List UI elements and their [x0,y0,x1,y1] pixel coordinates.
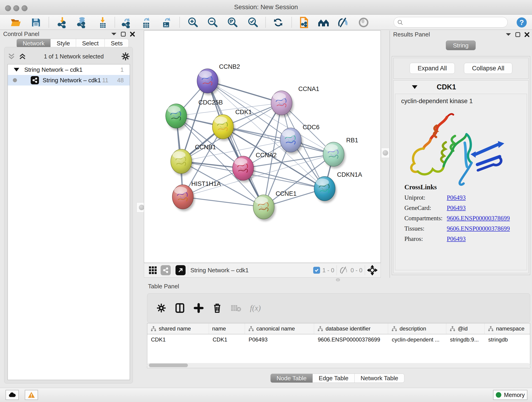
memory-button[interactable]: Memory [493,390,527,400]
tab-sets[interactable]: Sets [105,39,129,48]
edge-HIST1H1A-CCNE1[interactable] [183,197,264,207]
zoom-selected-button[interactable] [246,17,259,28]
table-cell: P06493 [245,337,314,343]
float-panel-icon[interactable] [111,32,117,36]
node-CCNA1[interactable] [271,91,293,117]
node-CDC25B[interactable] [166,104,188,130]
maximize-panel-icon[interactable] [515,32,520,37]
import-table-icon [97,17,108,28]
cloud-status-button[interactable] [6,390,19,400]
memory-label: Memory [504,392,525,398]
network-collection-row[interactable]: String Network – cdk1 1 [8,64,130,75]
selected-count-checkbox[interactable] [313,267,320,274]
column-header-description[interactable]: description [388,323,446,334]
node-CCNE1[interactable] [253,195,276,221]
export-table-button[interactable] [139,17,153,28]
tab-network-table[interactable]: Network Table [355,374,404,383]
network-graph[interactable]: CCNB2CCNA1CDC25BCDK1CDC6RB1CCNB1CCNA2CDK… [144,31,380,263]
import-database-icon [76,17,88,28]
birds-eye-navigator-icon[interactable] [367,265,377,275]
export-table-icon [140,17,152,28]
node-CDK1[interactable] [212,115,235,141]
tab-edge-table[interactable]: Edge Table [313,374,355,383]
home-button[interactable] [317,17,330,28]
column-header-name[interactable]: name [209,323,245,334]
node-CCNB1[interactable] [171,149,193,176]
tab-node-table[interactable]: Node Table [270,374,313,383]
fit-content-button[interactable] [226,17,239,28]
show-columns-icon[interactable] [175,303,185,313]
node-label-HIST1H1A: HIST1H1A [191,180,221,187]
protein-section-expander-icon[interactable] [412,85,418,89]
network-canvas[interactable]: CCNB2CCNA1CDC25BCDK1CDC6RB1CCNB1CCNA2CDK… [144,31,381,263]
network-options-gear-icon[interactable] [121,52,130,61]
node-table[interactable]: shared namenamecanonical namedatabase id… [147,323,530,368]
status-bar: Memory [0,388,532,402]
node-HIST1H1A[interactable] [172,185,195,211]
table-row[interactable]: CDK1CDK1P064939606.ENSP00000378699cyclin… [147,334,530,345]
column-header--id[interactable]: @id [446,323,485,334]
control-panel-tabs: NetworkStyleSelectSets [17,39,129,48]
export-network-button[interactable] [120,17,133,28]
warnings-button[interactable] [25,390,38,400]
crosslink-link[interactable]: 9606.ENSP00000378699 [447,225,510,232]
network-row[interactable]: String Network – cdk1 11 48 [8,75,130,85]
search-input[interactable] [394,17,508,27]
save-session-button[interactable] [29,17,43,28]
collection-expander-icon[interactable] [14,68,19,71]
tab-select[interactable]: Select [76,39,105,48]
open-session-button[interactable] [9,17,22,28]
export-image-button[interactable] [160,17,173,28]
tab-network[interactable]: Network [17,39,51,48]
table-horizontal-scrollbar[interactable] [147,363,530,368]
detach-view-icon[interactable] [176,265,186,275]
crosslink-link[interactable]: P06493 [447,194,466,201]
close-panel-icon[interactable] [524,32,530,37]
node-label-CDC25B: CDC25B [198,99,223,106]
table-panel-splitter-handle[interactable] [333,278,343,282]
import-network-file-button[interactable] [56,17,69,28]
tab-string[interactable]: String [446,41,476,50]
delete-column-trash-icon[interactable] [212,303,222,313]
refresh-view-button[interactable] [272,17,285,28]
table-cell: 9606.ENSP00000378699 [314,337,388,343]
add-column-icon[interactable] [194,303,204,313]
node-CDKN1A[interactable] [314,177,336,203]
crosslink-link[interactable]: 9606.ENSP00000378699 [447,215,510,222]
zoom-in-button[interactable] [186,17,199,28]
edge-RB1-HIST1H1A[interactable] [183,154,334,197]
collection-label: String Network – cdk1 [24,66,82,73]
zoom-out-button[interactable] [206,17,219,28]
tab-style[interactable]: Style [51,39,76,48]
network-node-count: 11 [102,77,108,84]
collapse-all-button[interactable]: Collapse All [464,63,512,74]
node-CCNB2[interactable] [197,69,220,95]
import-table-file-button[interactable] [96,17,109,28]
column-header-canonical-name[interactable]: canonical name [245,323,314,334]
crosslink-link[interactable]: P06493 [447,204,466,211]
expand-all-icon[interactable] [19,53,26,60]
open-session-from-cloud-button[interactable] [297,17,310,28]
collapse-all-icon[interactable] [7,53,15,60]
show-graphics-details-button[interactable] [357,17,370,28]
import-network-database-button[interactable] [75,17,89,28]
crosslink-link[interactable]: P06493 [447,235,466,242]
table-options-gear-icon[interactable] [157,303,166,313]
column-header-database-identifier[interactable]: database identifier [314,323,388,334]
help-button[interactable]: ? [515,17,528,28]
column-header-namespace[interactable]: namespace [485,323,530,334]
crosslink-row: GeneCard:P06493 [404,204,510,211]
grid-view-icon[interactable] [148,266,157,275]
window-title: Session: New Session [0,0,532,15]
expand-all-button[interactable]: Expand All [410,63,455,74]
float-panel-icon[interactable] [505,33,511,36]
close-panel-icon[interactable] [130,32,135,37]
maximize-panel-icon[interactable] [120,32,126,37]
network-type-view-icon[interactable] [161,265,171,275]
column-header-shared-name[interactable]: shared name [147,323,209,334]
node-CDC6[interactable] [280,128,303,154]
hide-graphics-details-button[interactable] [336,17,350,28]
network-tab-content: 1 of 1 Network selected String Network –… [4,47,133,383]
results-panel-splitter-handle[interactable] [381,148,389,158]
node-RB1[interactable] [323,142,346,168]
